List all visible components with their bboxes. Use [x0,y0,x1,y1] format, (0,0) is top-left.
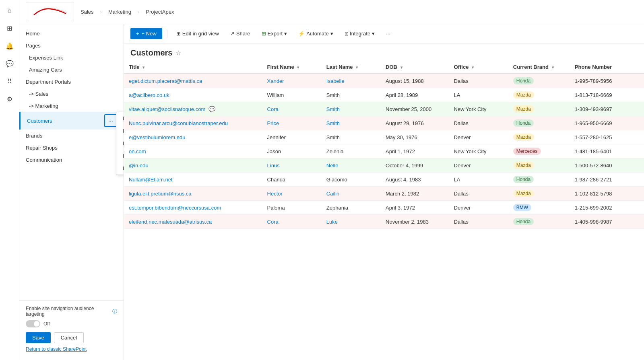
favorite-star-icon[interactable]: ☆ [175,49,181,57]
share-icon: ↗ [230,31,235,37]
sidebar-item-department[interactable]: Department Portals ··· [19,76,124,88]
home-icon[interactable]: ⌂ [2,3,17,18]
table-row[interactable]: on.comJasonZeleniaApril 1, 1972New York … [124,144,644,158]
cell-dob: August 15, 1988 [381,74,449,88]
audience-targeting-toggle[interactable] [26,320,40,327]
brand-badge: Honda [513,119,534,127]
cell-phone: 1-557-280-1625 [570,130,644,144]
col-header-lastname[interactable]: Last Name ▾ [322,61,381,74]
cell-firstname: Jennifer [262,130,322,144]
enable-targeting-label: Enable site navigation audience targetin… [26,306,111,317]
cell-firstname: Cora [262,215,322,229]
context-menu-move-up[interactable]: Move up [116,125,124,137]
table-row[interactable]: eget.dictum.placerat@mattis.caXanderIsab… [124,74,644,88]
bell-icon[interactable]: 🔔 [2,39,17,53]
context-menu-promote-sub[interactable]: Promote sub link [116,150,124,162]
cell-office: Denver [449,158,508,173]
breadcrumb-marketing[interactable]: Marketing [108,7,131,16]
chat-rail-icon[interactable]: 💬 [2,56,17,71]
sidebar-item-repairshops[interactable]: Repair Shops ··· [19,142,124,154]
breadcrumb-sales[interactable]: Sales [80,7,94,16]
automate-button[interactable]: ⚡ Automate ▾ [294,29,337,39]
cell-title: Nullam@Etiam.net [124,173,262,187]
save-button[interactable]: Save [26,332,51,343]
integrate-button[interactable]: ⧖ Integrate ▾ [341,29,379,39]
context-menu-make-sub[interactable]: Make sub link [116,137,124,150]
cell-lastname: Smith [322,116,381,130]
col-header-title[interactable]: Title ▾ [124,61,262,74]
cell-title: ligula.elit.pretium@risus.ca [124,187,262,201]
col-header-firstname[interactable]: First Name ▾ [262,61,322,74]
table-row[interactable]: Nunc.pulvinar.arcu@conubianostraper.eduP… [124,116,644,130]
breadcrumb-projectapex[interactable]: ProjectApex [146,7,174,16]
grid-icon[interactable]: ⊞ [2,21,17,35]
settings-icon[interactable]: ⚙ [2,92,17,106]
sidebar-customers-wrapper: Customers ··· Edit Move up Make sub link… [19,112,124,130]
table-row[interactable]: e@vestibulumlorem.eduJenniferSmithMay 30… [124,130,644,144]
cancel-button[interactable]: Cancel [54,332,84,343]
cell-office: LA [449,173,508,187]
return-to-classic-link[interactable]: Return to classic SharePoint [26,346,117,352]
sidebar-item-marketing[interactable]: -> Marketing ··· [19,100,124,112]
sidebar-item-pages[interactable]: Pages ··· [19,39,124,51]
chat-icon[interactable]: 💬 [207,106,215,112]
sidebar-item-amazingcars[interactable]: Amazing Cars ··· [19,64,124,76]
new-button[interactable]: + + New [130,28,162,39]
cell-lastname: Isabelle [322,74,381,88]
cell-dob: November 2, 1983 [381,215,449,229]
cell-brand: Mercedes [508,144,570,158]
table-row[interactable]: ligula.elit.pretium@risus.caHectorCailin… [124,187,644,201]
grid-view-icon: ⊞ [176,31,181,37]
sidebar-item-home[interactable]: Home ··· [19,27,124,39]
table-body: eget.dictum.placerat@mattis.caXanderIsab… [124,74,644,229]
table-row[interactable]: eleifend.nec.malesuada@atrisus.caCoraLuk… [124,215,644,229]
apps-icon[interactable]: ⠿ [2,74,17,88]
cell-office: Dallas [449,116,508,130]
table-row[interactable]: @in.eduLinusNelleOctober 4, 1999DenverMa… [124,158,644,173]
brand-badge: Mercedes [513,148,541,155]
cell-lastname: Nelle [322,158,381,173]
col-header-phone[interactable]: Phone Number [570,61,644,74]
brand-badge: Mazda [513,162,534,169]
save-cancel-row: Save Cancel [26,332,117,343]
share-label: Share [236,31,250,37]
top-header: Sales › Marketing › ProjectApex [19,0,644,24]
edit-in-grid-button[interactable]: ⊞ Edit in grid view [172,29,223,39]
brand-badge: Mazda [513,105,534,113]
table-row[interactable]: Nullam@Etiam.netChandaGiacomoAugust 4, 1… [124,173,644,187]
cell-phone: 1-481-185-6401 [570,144,644,158]
sidebar-item-communication[interactable]: Communication ··· [19,154,124,166]
table-row[interactable]: est.tempor.bibendum@neccursusa.comPaloma… [124,201,644,215]
sidebar-item-brands[interactable]: Brands ··· [19,130,124,142]
col-header-dob[interactable]: DOB ▾ [381,61,449,74]
cell-office: Dallas [449,215,508,229]
sidebar-item-sales[interactable]: -> Sales ··· [19,88,124,100]
table-header-row: Title ▾ First Name ▾ Last Name ▾ [124,61,644,74]
context-menu: Edit Move up Make sub link Promote sub l… [116,112,124,175]
cell-firstname: Jason [262,144,322,158]
cell-firstname: Linus [262,158,322,173]
table-row[interactable]: a@aclibero.co.ukWilliamSmithApril 28, 19… [124,88,644,102]
context-menu-edit[interactable]: Edit [116,112,124,125]
sidebar-item-customers[interactable]: Customers ··· [19,112,124,130]
col-header-office[interactable]: Office ▾ [449,61,508,74]
sidebar-customers-menu-trigger[interactable]: ··· [104,114,117,127]
toggle-label: Off [43,321,50,327]
col-header-brand[interactable]: Current Brand ▾ [508,61,570,74]
cell-dob: April 28, 1989 [381,88,449,102]
list-area: + + New ⊞ Edit in grid view ↗ Share ⊞ Ex… [124,24,644,360]
cell-brand: Mazda [508,102,570,116]
export-button[interactable]: ⊞ Export ▾ [258,29,291,39]
excel-icon: ⊞ [262,31,266,37]
breadcrumb: Sales › Marketing › ProjectApex [80,7,174,16]
cell-lastname: Zelenia [322,144,381,158]
context-menu-remove[interactable]: Remove [116,162,124,175]
more-button[interactable]: ··· [382,29,394,39]
table-row[interactable]: vitae.aliquet@sociisnatoque.com 💬CoraSmi… [124,102,644,116]
cell-title: eleifend.nec.malesuada@atrisus.ca [124,215,262,229]
export-chevron: ▾ [284,31,287,37]
share-button[interactable]: ↗ Share [226,29,254,39]
sidebar-item-expenses[interactable]: Expenses Link ··· [19,51,124,64]
plus-icon: + [136,31,139,37]
cell-lastname: Smith [322,130,381,144]
